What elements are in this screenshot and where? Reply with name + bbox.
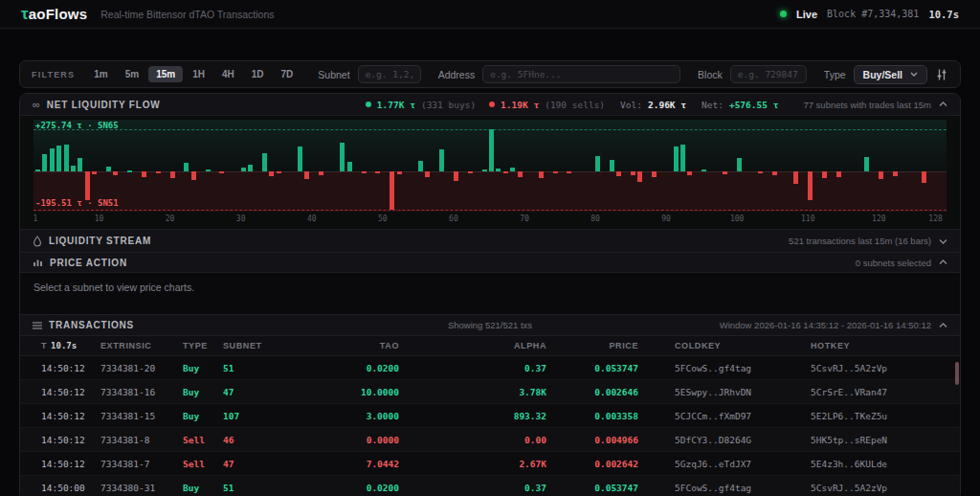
net-flow-bar-sn56[interactable] bbox=[425, 171, 430, 177]
col-hotkey[interactable]: HOTKEY bbox=[807, 341, 961, 350]
net-flow-bar-sn20[interactable] bbox=[170, 171, 175, 178]
timeframe-4H[interactable]: 4H bbox=[214, 66, 242, 82]
net-flow-bar-sn35[interactable] bbox=[277, 171, 281, 173]
net-flow-bar-sn114[interactable] bbox=[836, 171, 841, 177]
net-flow-bar-sn33[interactable] bbox=[262, 153, 267, 171]
net-flow-bar-sn14[interactable] bbox=[127, 170, 132, 172]
net-flow-bar-sn2[interactable] bbox=[42, 154, 47, 171]
net-flow-bar-sn44[interactable] bbox=[340, 143, 345, 171]
net-flow-bar-sn55[interactable] bbox=[418, 161, 423, 171]
col-price[interactable]: PRICE bbox=[546, 341, 638, 350]
subnet-input[interactable] bbox=[358, 65, 421, 83]
timeframe-7D[interactable]: 7D bbox=[274, 66, 301, 82]
col-alpha[interactable]: ALPHA bbox=[399, 341, 546, 350]
net-flow-bar-sn105[interactable] bbox=[772, 171, 777, 175]
net-flow-bar-sn58[interactable] bbox=[439, 149, 444, 171]
net-flow-bar-sn68[interactable] bbox=[510, 168, 515, 171]
table-row[interactable]: 14:50:007334380-31Buy510.02000.370.05374… bbox=[20, 476, 960, 496]
net-flow-bar-sn85[interactable] bbox=[631, 171, 635, 175]
advanced-filters-button[interactable] bbox=[935, 68, 948, 81]
net-flow-bar-sn98[interactable] bbox=[723, 171, 727, 174]
chevron-up-icon[interactable] bbox=[939, 259, 947, 265]
transactions-header[interactable]: TRANSACTIONS Showing 521/521 txs Window … bbox=[20, 315, 960, 336]
timeframe-1D[interactable]: 1D bbox=[244, 66, 272, 82]
address-input[interactable] bbox=[482, 65, 680, 83]
net-flow-bar-sn7[interactable] bbox=[78, 158, 82, 171]
col-coldkey[interactable]: COLDKEY bbox=[638, 341, 807, 350]
net-flow-bar-sn52[interactable] bbox=[397, 171, 402, 174]
net-flow-bar-sn34[interactable] bbox=[269, 171, 274, 176]
table-row[interactable]: 14:50:127334381-20Buy510.02000.370.05374… bbox=[20, 356, 960, 380]
net-flow-bar-sn3[interactable] bbox=[50, 148, 55, 171]
net-flow-bar-sn120[interactable] bbox=[879, 171, 883, 179]
net-flow-bar-sn51[interactable] bbox=[390, 171, 394, 210]
col-time[interactable]: T10.7s bbox=[41, 341, 100, 350]
net-flow-bar-sn91[interactable] bbox=[674, 147, 679, 171]
net-flow-bar-sn112[interactable] bbox=[822, 171, 827, 178]
col-tao[interactable]: TAO bbox=[267, 341, 399, 350]
net-flow-bar-sn103[interactable] bbox=[758, 171, 763, 173]
net-flow-bar-sn11[interactable] bbox=[106, 167, 111, 171]
table-row[interactable]: 14:50:127334381-16Buy4710.00003.78K0.002… bbox=[20, 380, 960, 404]
net-flow-header[interactable]: ∞ NET LIQUIDITY FLOW 1.77K τ (331 buys) … bbox=[20, 94, 960, 116]
net-flow-bar-sn80[interactable] bbox=[595, 156, 600, 171]
net-flow-bar-sn23[interactable] bbox=[191, 171, 196, 180]
col-extrinsic[interactable]: EXTRINSIC bbox=[100, 341, 183, 350]
net-flow-bar-sn47[interactable] bbox=[362, 171, 367, 173]
net-flow-bar-sn74[interactable] bbox=[553, 171, 558, 173]
net-flow-bar-sn25[interactable] bbox=[206, 169, 211, 171]
net-flow-bar-sn8[interactable] bbox=[85, 171, 90, 200]
net-flow-bar-sn72[interactable] bbox=[539, 171, 544, 178]
timeframe-15m[interactable]: 15m bbox=[148, 66, 183, 82]
net-flow-bar-sn110[interactable] bbox=[808, 171, 813, 200]
net-flow-bar-sn49[interactable] bbox=[375, 171, 380, 173]
block-input[interactable] bbox=[730, 65, 807, 83]
net-flow-bar-sn22[interactable] bbox=[184, 163, 189, 171]
net-flow-bar-sn12[interactable] bbox=[113, 171, 118, 175]
col-type[interactable]: TYPE bbox=[183, 341, 223, 350]
table-row[interactable]: 14:50:127334381-15Buy1073.0000893.320.00… bbox=[20, 404, 960, 428]
net-flow-bar-sn1[interactable] bbox=[35, 169, 40, 171]
net-flow-bar-sn62[interactable] bbox=[468, 171, 473, 173]
net-flow-bar-sn76[interactable] bbox=[567, 171, 571, 173]
col-subnet[interactable]: SUBNET bbox=[223, 341, 267, 350]
net-flow-bar-sn66[interactable] bbox=[496, 169, 501, 171]
net-flow-bar-sn86[interactable] bbox=[637, 171, 642, 182]
net-flow-bar-sn92[interactable] bbox=[680, 145, 685, 171]
net-flow-bar-sn67[interactable] bbox=[503, 171, 508, 173]
net-flow-bar-sn118[interactable] bbox=[864, 157, 869, 171]
liquidity-stream-header[interactable]: LIQUIDITY STREAM 521 transactions last 1… bbox=[20, 230, 960, 253]
price-action-header[interactable]: PRICE ACTION 0 subnets selected bbox=[20, 253, 960, 273]
net-flow-bar-sn4[interactable] bbox=[56, 146, 61, 171]
chevron-down-icon[interactable] bbox=[939, 238, 947, 244]
net-flow-bar-sn100[interactable] bbox=[737, 158, 742, 171]
net-flow-bar-sn82[interactable] bbox=[610, 160, 614, 171]
timeframe-1H[interactable]: 1H bbox=[185, 66, 212, 82]
net-flow-bar-sn27[interactable] bbox=[219, 171, 224, 173]
net-flow-bar-sn64[interactable] bbox=[482, 169, 487, 171]
chevron-up-icon[interactable] bbox=[939, 323, 947, 328]
timeframe-5m[interactable]: 5m bbox=[118, 66, 146, 82]
timeframe-1m[interactable]: 1m bbox=[86, 66, 115, 82]
net-flow-bar-sn83[interactable] bbox=[616, 171, 621, 176]
net-flow-bar-sn31[interactable] bbox=[248, 165, 253, 171]
net-flow-bar-sn65[interactable] bbox=[489, 129, 494, 171]
type-select[interactable]: Buy/Sell bbox=[854, 65, 927, 84]
chevron-up-icon[interactable] bbox=[939, 101, 947, 107]
net-flow-bar-sn41[interactable] bbox=[319, 171, 323, 175]
net-flow-bar-sn6[interactable] bbox=[71, 166, 76, 171]
net-flow-bar-sn88[interactable] bbox=[652, 171, 657, 177]
table-row[interactable]: 14:50:127334381-7Sell477.04422.67K0.0026… bbox=[20, 452, 960, 476]
net-flow-bar-sn16[interactable] bbox=[142, 171, 146, 177]
net-flow-bar-sn69[interactable] bbox=[518, 171, 523, 177]
net-flow-bar-sn18[interactable] bbox=[156, 171, 161, 173]
net-flow-bar-sn122[interactable] bbox=[893, 171, 898, 176]
net-flow-bar-sn39[interactable] bbox=[304, 171, 309, 179]
net-flow-bar-sn126[interactable] bbox=[922, 171, 926, 183]
table-row[interactable]: 14:50:127334381-8Sell460.00000.000.00496… bbox=[20, 428, 960, 452]
net-flow-bar-sn93[interactable] bbox=[687, 171, 692, 175]
net-flow-bar-sn5[interactable] bbox=[64, 145, 69, 171]
net-flow-bar-sn9[interactable] bbox=[92, 171, 97, 174]
net-flow-bar-sn60[interactable] bbox=[454, 171, 458, 181]
table-scrollbar-thumb[interactable] bbox=[955, 362, 959, 385]
